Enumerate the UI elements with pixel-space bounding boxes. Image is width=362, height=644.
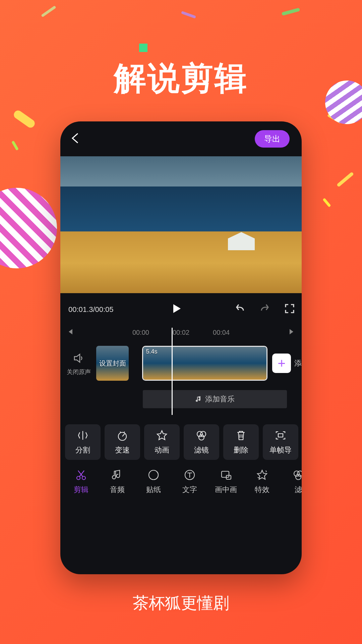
- tool-label: 动画: [155, 445, 169, 455]
- tool-label: 滤镜: [194, 445, 209, 455]
- svg-rect-8: [222, 471, 229, 477]
- back-icon[interactable]: [68, 131, 83, 147]
- add-music-button[interactable]: 添加音乐: [143, 390, 287, 408]
- mute-original-button[interactable]: 关闭原声: [66, 353, 92, 376]
- redo-icon[interactable]: [259, 303, 271, 317]
- video-clip[interactable]: 5.4s: [142, 346, 267, 381]
- timeline-ruler: 00:00 00:02 00:04: [60, 326, 302, 341]
- timeline[interactable]: 关闭原声 设置封面 5.4s + 添: [60, 344, 302, 383]
- add-clip-label: 添: [294, 358, 302, 368]
- bottom-tabs: 剪辑 音频 贴纸 文字 画中画 特效 滤: [60, 460, 302, 495]
- confetti: [41, 5, 56, 17]
- tab-label: 画中画: [215, 485, 237, 495]
- confetti: [337, 172, 354, 187]
- svg-point-4: [77, 476, 80, 480]
- clip-thumbnail: [236, 347, 266, 380]
- tool-delete[interactable]: 删除: [223, 424, 259, 460]
- player-controls: 00:01.3/00:05: [60, 293, 302, 326]
- clip-thumbnail: [174, 347, 205, 380]
- clip-duration: 5.4s: [146, 348, 157, 355]
- confetti: [181, 11, 196, 19]
- topbar: 导出: [60, 121, 302, 156]
- mute-label: 关闭原声: [67, 368, 91, 376]
- confetti: [322, 198, 331, 207]
- skip-start-icon[interactable]: [66, 328, 74, 337]
- tab-label: 特效: [255, 485, 269, 495]
- tool-label: 删除: [234, 445, 248, 455]
- tab-label: 剪辑: [74, 485, 88, 495]
- tool-split[interactable]: 分割: [65, 424, 101, 460]
- tool-speed[interactable]: 变速: [105, 424, 140, 460]
- set-cover-button[interactable]: 设置封面: [96, 346, 129, 381]
- ruler-tick: 00:04: [213, 329, 230, 336]
- tool-label: 单帧导: [269, 445, 292, 455]
- svg-point-12: [296, 474, 301, 480]
- tab-sticker[interactable]: 贴纸: [137, 469, 170, 495]
- confetti: [139, 44, 147, 52]
- promo-subtitle: 茶杯狐更懂剧: [0, 592, 362, 614]
- skip-end-icon[interactable]: [288, 328, 296, 337]
- confetti: [282, 8, 300, 16]
- confetti: [12, 109, 37, 129]
- tab-text[interactable]: 文字: [173, 469, 206, 495]
- tool-row: 分割 变速 动画 滤镜 删除 单帧导: [60, 408, 302, 460]
- svg-point-3: [199, 435, 204, 440]
- tab-effects[interactable]: 特效: [245, 469, 279, 495]
- tool-label: 变速: [115, 445, 130, 455]
- play-icon[interactable]: [171, 303, 182, 316]
- clip-thumbnail: [205, 347, 236, 380]
- undo-icon[interactable]: [234, 303, 246, 317]
- ruler-tick: 00:02: [173, 329, 189, 336]
- cover-label: 设置封面: [99, 359, 126, 368]
- fullscreen-icon[interactable]: [284, 303, 296, 317]
- svg-point-2: [200, 431, 206, 437]
- tab-pip[interactable]: 画中画: [209, 469, 243, 495]
- svg-point-5: [82, 476, 85, 480]
- tab-label: 贴纸: [146, 485, 161, 495]
- tab-audio[interactable]: 音频: [101, 469, 134, 495]
- decorative-ball: [0, 188, 57, 268]
- playback-time: 00:01.3/00:05: [68, 305, 114, 314]
- tab-label: 音频: [110, 485, 125, 495]
- tool-animation[interactable]: 动画: [144, 424, 180, 460]
- add-clip-button[interactable]: +: [272, 354, 291, 373]
- tab-label: 滤: [295, 485, 302, 495]
- tab-filter[interactable]: 滤: [282, 469, 302, 495]
- tool-filter[interactable]: 滤镜: [184, 424, 219, 460]
- export-button[interactable]: 导出: [255, 130, 290, 148]
- playhead[interactable]: [172, 328, 173, 415]
- video-preview[interactable]: [60, 156, 302, 293]
- ruler-tick: 00:00: [132, 329, 149, 336]
- tab-label: 文字: [182, 485, 197, 495]
- tool-label: 分割: [75, 445, 90, 455]
- add-music-label: 添加音乐: [205, 394, 235, 404]
- confetti: [11, 141, 19, 151]
- tab-edit[interactable]: 剪辑: [64, 469, 98, 495]
- promo-title: 解说剪辑: [0, 57, 362, 101]
- tool-frame-export[interactable]: 单帧导: [263, 424, 298, 460]
- app-frame: 导出 00:01.3/00:05 00:00 00:02 00:04: [60, 121, 302, 574]
